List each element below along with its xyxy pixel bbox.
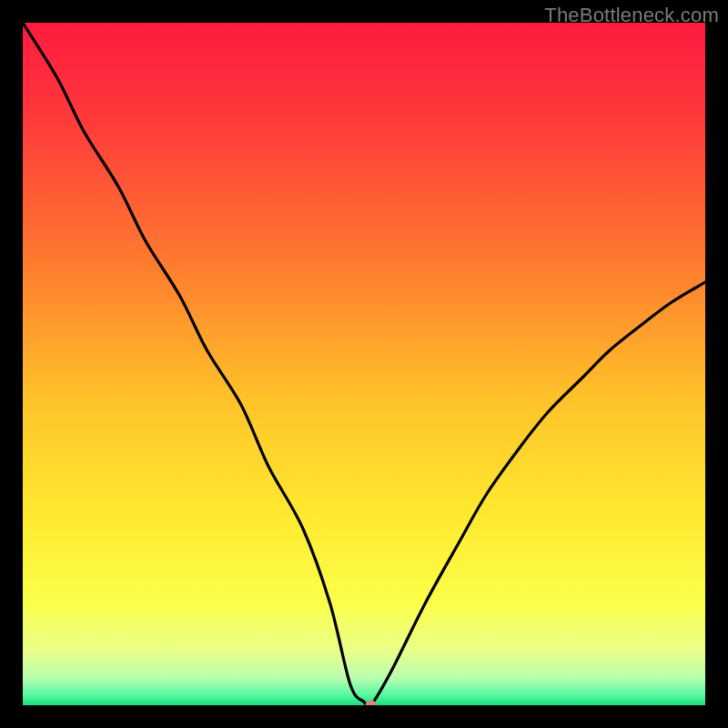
chart-background bbox=[23, 23, 705, 705]
chart-frame: TheBottleneck.com bbox=[0, 0, 728, 728]
plot-area bbox=[23, 23, 705, 705]
attribution-label: TheBottleneck.com bbox=[544, 4, 719, 27]
chart-svg bbox=[23, 23, 705, 705]
